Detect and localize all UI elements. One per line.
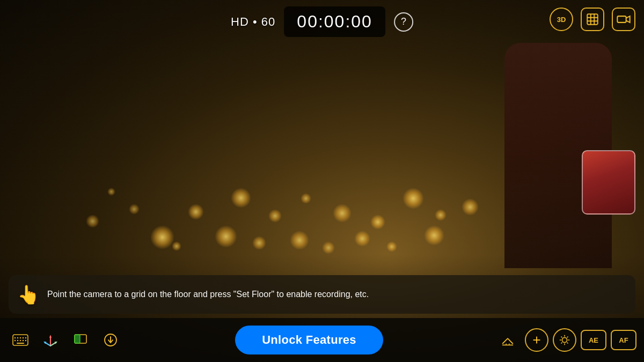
center-hud: HD • 60 00:00:00 ?: [231, 0, 413, 37]
svg-marker-25: [49, 335, 52, 337]
svg-rect-9: [617, 16, 626, 23]
timer-display: 00:00:00: [284, 6, 385, 37]
add-button[interactable]: [525, 328, 548, 352]
3d-mode-button[interactable]: 3D: [550, 8, 573, 31]
instruction-text: Point the camera to a grid on the floor …: [47, 289, 369, 300]
grid-overlay-button[interactable]: [581, 8, 604, 31]
floor-button[interactable]: [495, 327, 521, 353]
bottom-right-buttons: AE AF: [495, 327, 636, 353]
svg-rect-4: [587, 14, 598, 25]
instruction-bar: 👆 Point the camera to a grid on the floo…: [9, 275, 635, 314]
svg-rect-29: [75, 335, 80, 343]
video-camera-button[interactable]: [612, 8, 635, 31]
keyboard-button[interactable]: [8, 327, 33, 353]
video-thumbnail[interactable]: [582, 150, 635, 215]
svg-point-37: [562, 337, 567, 342]
svg-line-42: [561, 336, 562, 337]
resolution-fps-label: HD • 60: [231, 15, 275, 29]
svg-line-44: [567, 336, 568, 337]
unlock-features-button[interactable]: Unlock Features: [235, 326, 383, 354]
right-controls: 3D: [550, 8, 635, 31]
svg-line-43: [567, 342, 568, 343]
bottom-toolbar: Unlock Features: [0, 318, 644, 362]
layers-button[interactable]: [68, 327, 93, 353]
hand-icon: 👆: [17, 284, 40, 305]
axes-button[interactable]: [38, 327, 63, 353]
download-button[interactable]: [98, 327, 123, 353]
help-button[interactable]: ?: [394, 12, 413, 32]
af-button[interactable]: AF: [611, 330, 636, 350]
exposure-button[interactable]: [553, 328, 576, 352]
ae-button[interactable]: AE: [581, 330, 606, 350]
svg-line-45: [561, 342, 562, 343]
